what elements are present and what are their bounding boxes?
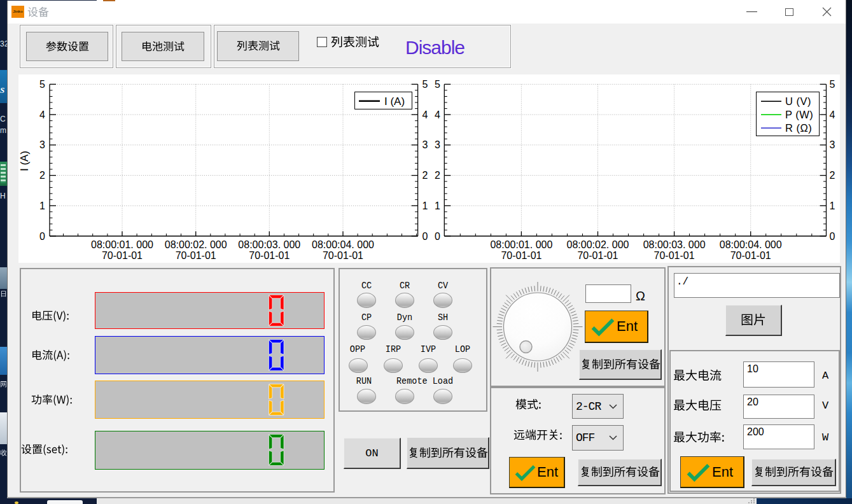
svg-text:2: 2 bbox=[423, 170, 428, 181]
svg-text:4: 4 bbox=[39, 109, 45, 120]
svg-text:4: 4 bbox=[423, 109, 428, 120]
svg-text:0: 0 bbox=[423, 231, 428, 242]
svg-text:I (A): I (A) bbox=[384, 95, 405, 108]
svg-text:70-01-01: 70-01-01 bbox=[323, 250, 363, 261]
svg-text:0: 0 bbox=[39, 231, 45, 242]
svg-text:3: 3 bbox=[830, 139, 835, 150]
svg-text:1: 1 bbox=[39, 200, 45, 211]
svg-text:4: 4 bbox=[435, 109, 440, 120]
svg-text:5: 5 bbox=[435, 79, 440, 90]
svg-text:1: 1 bbox=[435, 200, 440, 211]
svg-text:3: 3 bbox=[435, 139, 440, 150]
svg-text:70-01-01: 70-01-01 bbox=[176, 250, 216, 261]
svg-text:5: 5 bbox=[423, 79, 428, 90]
svg-text:08:00:01. 000: 08:00:01. 000 bbox=[490, 239, 552, 250]
svg-text:1: 1 bbox=[830, 200, 835, 211]
svg-text:0: 0 bbox=[830, 231, 835, 242]
svg-text:70-01-01: 70-01-01 bbox=[730, 250, 771, 261]
svg-text:70-01-01: 70-01-01 bbox=[102, 250, 143, 261]
svg-text:I (A): I (A) bbox=[18, 151, 31, 171]
svg-text:U (V): U (V) bbox=[785, 95, 811, 107]
svg-text:3: 3 bbox=[423, 139, 428, 150]
svg-text:70-01-01: 70-01-01 bbox=[577, 250, 618, 261]
svg-text:2: 2 bbox=[830, 170, 835, 181]
svg-text:70-01-01: 70-01-01 bbox=[654, 250, 695, 261]
svg-text:1: 1 bbox=[423, 200, 428, 211]
svg-text:4: 4 bbox=[830, 109, 835, 120]
svg-text:08:00:03. 000: 08:00:03. 000 bbox=[643, 239, 706, 250]
svg-text:5: 5 bbox=[39, 79, 45, 90]
svg-text:08:00:03. 000: 08:00:03. 000 bbox=[238, 239, 300, 250]
svg-text:5: 5 bbox=[830, 79, 835, 90]
svg-text:2: 2 bbox=[435, 170, 440, 181]
svg-text:08:00:02. 000: 08:00:02. 000 bbox=[567, 239, 629, 250]
svg-text:R (Ω): R (Ω) bbox=[785, 122, 812, 134]
svg-text:08:00:04. 000: 08:00:04. 000 bbox=[312, 239, 374, 250]
svg-text:70-01-01: 70-01-01 bbox=[249, 250, 290, 261]
svg-text:2: 2 bbox=[39, 170, 45, 181]
svg-text:08:00:02. 000: 08:00:02. 000 bbox=[165, 239, 227, 250]
svg-text:08:00:01. 000: 08:00:01. 000 bbox=[91, 239, 153, 250]
svg-text:3: 3 bbox=[39, 139, 45, 150]
svg-text:08:00:04. 000: 08:00:04. 000 bbox=[720, 239, 782, 250]
svg-text:0: 0 bbox=[435, 231, 440, 242]
svg-text:70-01-01: 70-01-01 bbox=[501, 250, 541, 261]
svg-text:P (W): P (W) bbox=[785, 109, 813, 120]
